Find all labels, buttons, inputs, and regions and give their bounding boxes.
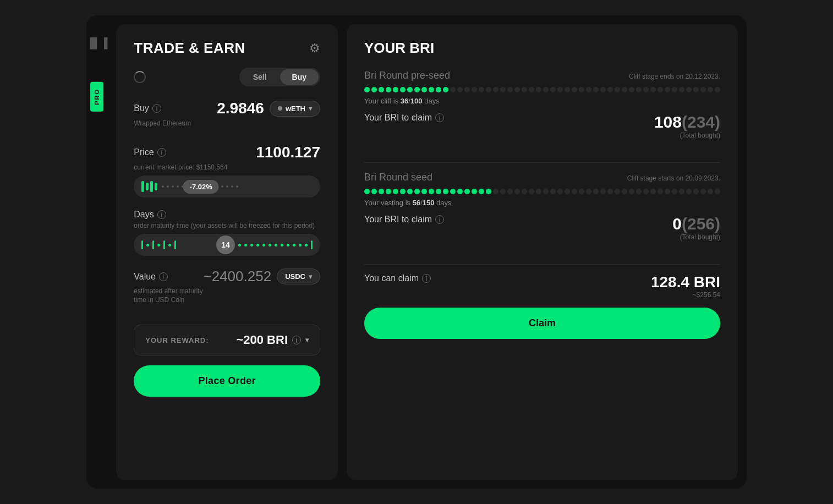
price-subtitle: current market price: $1150.564	[134, 163, 320, 171]
preseed-dot-0	[364, 87, 370, 92]
claim-info-icon[interactable]: i	[422, 274, 431, 283]
sidebar-pro-tab[interactable]: PRO	[90, 82, 103, 112]
seed-dot-32	[593, 189, 599, 194]
value-info-icon[interactable]: i	[159, 272, 168, 281]
preseed-header: Bri Round pre-seed Cliff stage ends on 2…	[364, 70, 720, 81]
seed-dot-17	[486, 189, 491, 194]
preseed-dot-46	[693, 87, 699, 92]
seed-dot-3	[386, 189, 391, 194]
seed-dot-19	[500, 189, 506, 194]
price-slider-label: -7.02%	[183, 180, 219, 194]
seed-claim-info-icon[interactable]: i	[435, 215, 444, 224]
buy-subtitle: Wrapped Ethereum	[134, 119, 320, 127]
seed-dot-34	[607, 189, 613, 194]
preseed-dot-6	[407, 87, 413, 92]
chart-icon[interactable]: ▐▌▐	[86, 37, 107, 49]
sell-buy-toggle: Sell Buy	[239, 68, 320, 86]
preseed-dot-45	[686, 87, 692, 92]
preseed-dot-10	[436, 87, 441, 92]
preseed-dot-41	[657, 87, 663, 92]
days-field-section: Days i order maturity time (your assets …	[134, 210, 320, 256]
days-info-icon[interactable]: i	[157, 210, 166, 219]
buy-label-row: Buy i 2.9846 wETH ▾	[134, 100, 320, 117]
seed-dot-27	[557, 189, 563, 194]
buy-button[interactable]: Buy	[280, 69, 319, 85]
preseed-dot-48	[708, 87, 713, 92]
preseed-dot-47	[700, 87, 706, 92]
weth-currency-badge[interactable]: wETH ▾	[270, 101, 320, 117]
value-label: Value i	[134, 272, 168, 282]
value-field-section: Value i ~2400.252 USDC ▾ estimated after…	[134, 268, 320, 308]
seed-dot-7	[414, 189, 420, 194]
preseed-dot-39	[643, 87, 649, 92]
seed-total-bought: (Total bought)	[672, 233, 720, 241]
days-slider[interactable]: 14	[134, 234, 320, 256]
seed-dot-6	[407, 189, 413, 194]
price-slider[interactable]: -7.02%	[134, 176, 320, 198]
seed-dot-9	[429, 189, 434, 194]
preseed-dot-9	[429, 87, 434, 92]
right-panel: YOUR BRI Bri Round pre-seed Cliff stage …	[347, 24, 738, 480]
seed-bri-num: 0(256)	[672, 215, 720, 233]
panel-title: TRADE & EARN	[134, 40, 245, 57]
seed-claim-value: 0(256) (Total bought)	[672, 215, 720, 241]
preseed-dot-30	[579, 87, 584, 92]
claim-big-num: 128.4 BRI	[651, 273, 720, 291]
value-subtitle2: time in USD Coin	[134, 296, 320, 304]
seed-dot-44	[679, 189, 684, 194]
seed-header: Bri Round seed Cliff stage starts on 20.…	[364, 172, 720, 183]
value-label-row: Value i ~2400.252 USDC ▾	[134, 268, 320, 285]
preseed-dot-2	[379, 87, 384, 92]
price-field-section: Price i 1100.127 current market price: $…	[134, 144, 320, 198]
preseed-dot-11	[443, 87, 448, 92]
usdc-currency-badge[interactable]: USDC ▾	[277, 269, 320, 284]
seed-dot-22	[522, 189, 527, 194]
seed-dot-46	[693, 189, 699, 194]
preseed-dot-22	[522, 87, 527, 92]
price-info-icon[interactable]: i	[157, 148, 166, 157]
preseed-dot-49	[715, 87, 720, 92]
days-label-row: Days i	[134, 210, 320, 220]
price-label-row: Price i 1100.127	[134, 144, 320, 161]
preseed-dot-5	[400, 87, 405, 92]
bar-1	[141, 181, 144, 192]
left-panel: TRADE & EARN ⚙ Sell Buy Buy i 2.9846	[116, 24, 338, 480]
preseed-dot-7	[414, 87, 420, 92]
preseed-total-bought: (Total bought)	[654, 132, 720, 139]
seed-round-label: Bri Round seed	[364, 172, 432, 183]
seed-dot-21	[514, 189, 520, 194]
preseed-dot-32	[593, 87, 599, 92]
gear-icon[interactable]: ⚙	[309, 41, 320, 56]
sell-button[interactable]: Sell	[241, 69, 279, 85]
preseed-dot-21	[514, 87, 520, 92]
seed-dot-15	[472, 189, 477, 194]
preseed-dot-38	[636, 87, 642, 92]
preseed-dot-15	[472, 87, 477, 92]
seed-dot-33	[600, 189, 606, 194]
seed-dot-29	[572, 189, 577, 194]
buy-value: 2.9846	[217, 100, 264, 117]
seed-dot-10	[436, 189, 441, 194]
sidebar: ▐▌▐ PRO	[86, 15, 107, 489]
slider-dots	[157, 185, 313, 188]
seed-dot-1	[371, 189, 377, 194]
seed-dot-26	[550, 189, 556, 194]
preseed-cliff-text: Your cliff is 36/100 days	[364, 97, 720, 105]
seed-claim-label: Your BRI to claim i	[364, 215, 444, 224]
reward-info-icon[interactable]: i	[292, 336, 301, 344]
seed-dot-39	[643, 189, 649, 194]
place-order-button[interactable]: Place Order	[134, 365, 320, 397]
preseed-claim-info-icon[interactable]: i	[435, 113, 444, 122]
seed-dot-23	[529, 189, 534, 194]
buy-info-icon[interactable]: i	[152, 104, 161, 113]
preseed-dot-8	[421, 87, 427, 92]
claim-button[interactable]: Claim	[364, 308, 720, 339]
value-subtitle1: estimated after maturity	[134, 287, 320, 295]
header-row: Sell Buy	[134, 68, 320, 86]
seed-dot-4	[393, 189, 398, 194]
seed-dot-37	[629, 189, 634, 194]
preseed-dot-1	[371, 87, 377, 92]
value-approx: ~2400.252	[204, 268, 272, 285]
days-value: 14	[216, 235, 235, 254]
seed-section: Bri Round seed Cliff stage starts on 20.…	[364, 172, 720, 243]
